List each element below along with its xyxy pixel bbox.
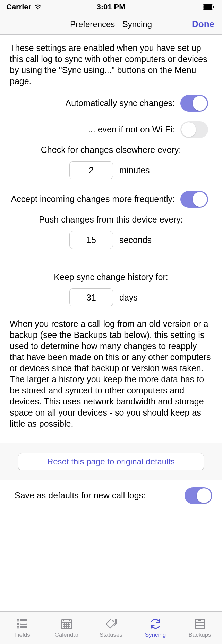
battery-icon (203, 4, 214, 10)
svg-point-7 (17, 626, 19, 628)
svg-point-3 (17, 619, 19, 621)
no-wifi-toggle[interactable] (180, 121, 208, 138)
done-button[interactable]: Done (192, 19, 214, 29)
tab-syncing[interactable]: Syncing (133, 612, 178, 644)
intro-text: These settings are enabled when you have… (0, 35, 222, 90)
save-defaults-toggle[interactable] (185, 487, 212, 504)
push-every-input[interactable] (69, 231, 113, 249)
no-wifi-label: ... even if not on Wi-Fi: (10, 124, 175, 135)
status-bar: Carrier 3:01 PM (0, 0, 222, 14)
sync-icon (148, 618, 162, 630)
auto-sync-toggle[interactable] (180, 95, 208, 112)
accept-freq-label: Accept incoming changes more frequently: (10, 194, 175, 204)
check-every-label: Check for changes elsewhere every: (0, 143, 222, 158)
history-unit: days (119, 293, 153, 303)
calendar-icon (60, 618, 74, 630)
nav-bar: Preferences - Syncing Done (0, 14, 222, 35)
wifi-icon (34, 4, 42, 10)
svg-rect-6 (20, 623, 27, 624)
tab-backups[interactable]: Backups (178, 612, 222, 644)
tab-backups-label: Backups (188, 632, 211, 638)
content-area: These settings are enabled when you have… (0, 35, 222, 611)
svg-rect-8 (20, 626, 27, 628)
reset-button[interactable]: Reset this page to original defaults (18, 453, 204, 470)
tab-statuses-label: Statuses (100, 632, 122, 638)
explain-text: When you restore a call log from an old … (0, 313, 222, 443)
push-every-label: Push changes from this device every: (0, 212, 222, 228)
tab-fields-label: Fields (14, 632, 30, 638)
history-input[interactable] (69, 288, 113, 306)
check-every-input[interactable] (69, 161, 113, 179)
svg-point-5 (17, 623, 19, 625)
svg-point-18 (113, 620, 114, 621)
push-every-unit: seconds (119, 235, 153, 245)
check-every-unit: minutes (119, 165, 153, 175)
tab-syncing-label: Syncing (145, 632, 166, 638)
carrier-label: Carrier (6, 2, 31, 11)
svg-rect-4 (20, 619, 27, 621)
tab-bar: Fields Calendar Statuses Syncing (0, 611, 222, 644)
svg-rect-2 (213, 6, 214, 8)
accept-freq-toggle[interactable] (180, 191, 208, 208)
tab-calendar-label: Calendar (55, 632, 79, 638)
tab-fields[interactable]: Fields (0, 612, 44, 644)
tab-statuses[interactable]: Statuses (89, 612, 133, 644)
section-divider (10, 261, 212, 261)
history-label: Keep sync change history for: (0, 266, 222, 286)
drawers-icon (193, 618, 207, 630)
tag-icon (104, 618, 118, 630)
page-title: Preferences - Syncing (70, 19, 152, 29)
svg-rect-1 (204, 5, 212, 9)
tab-calendar[interactable]: Calendar (44, 612, 89, 644)
save-defaults-label: Save as defaults for new call logs: (15, 490, 179, 501)
auto-sync-label: Automatically sync changes: (10, 98, 175, 108)
list-icon (15, 618, 29, 630)
